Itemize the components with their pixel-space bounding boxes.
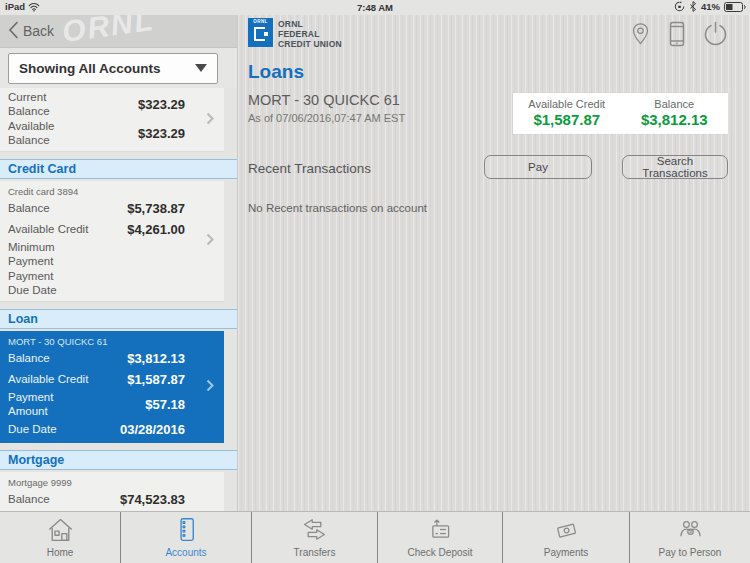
tab-label: Pay to Person xyxy=(659,547,722,558)
row-label: Current Balance xyxy=(8,91,72,119)
bluetooth-icon xyxy=(689,1,697,12)
section-header-label: Mortgage xyxy=(8,453,64,467)
tab-pay-to-person[interactable]: $ Pay to Person xyxy=(629,512,750,563)
empty-transactions-message: No Recent transactions on account xyxy=(248,202,427,214)
status-time: 7:48 AM xyxy=(0,2,750,13)
row-label: Payment Due Date xyxy=(8,270,72,298)
as-of-timestamp: As of 07/06/2016,07:47 AM EST xyxy=(248,112,405,124)
recent-transactions-title: Recent Transactions xyxy=(248,161,371,176)
mobile-phone-icon[interactable] xyxy=(668,21,686,50)
pay-button[interactable]: Pay xyxy=(484,155,592,179)
pay-to-person-icon: $ xyxy=(676,516,705,546)
loan-summary-card: Available Credit $1,587.87 Balance $3,81… xyxy=(513,93,728,134)
row-value: $323.29 xyxy=(138,97,185,112)
check-deposit-icon xyxy=(426,516,455,546)
row-value: $74,523.83 xyxy=(120,492,185,507)
row-value: $1,587.87 xyxy=(127,372,185,387)
tab-transfers[interactable]: Transfers xyxy=(251,512,377,563)
account-card-checking[interactable]: Current Balance $323.29 Available Balanc… xyxy=(0,88,224,152)
location-pin-icon[interactable] xyxy=(630,21,651,50)
ornl-watermark: ORNL xyxy=(60,15,157,48)
screen: iPad 7:48 AM xyxy=(0,0,750,563)
row-label: Balance xyxy=(8,202,50,216)
home-icon xyxy=(46,516,75,546)
chevron-right-icon xyxy=(206,378,214,396)
row-value: 03/28/2016 xyxy=(120,422,185,437)
tab-label: Payments xyxy=(544,547,588,558)
section-header-credit-card: Credit Card xyxy=(0,159,237,179)
back-button[interactable]: Back xyxy=(0,21,54,42)
account-filter-label: Showing All Accounts xyxy=(19,61,161,76)
row-label: Minimum Payment xyxy=(8,241,72,269)
section-header-label: Loan xyxy=(8,312,38,326)
ornl-logo-icon: ORNL xyxy=(248,18,273,47)
transfers-icon xyxy=(300,516,329,546)
account-card-mortgage[interactable]: Mortgage 9999 Balance $74,523.83 Payment… xyxy=(0,472,224,511)
page-title: Loans xyxy=(248,61,304,83)
row-value: $323.29 xyxy=(138,126,185,141)
power-icon[interactable] xyxy=(703,21,728,50)
brand: ORNL ORNL FEDERAL CREDIT UNION xyxy=(248,18,342,49)
row-value: $5,738.87 xyxy=(127,201,185,216)
tab-label: Transfers xyxy=(294,547,336,558)
status-bar: iPad 7:48 AM xyxy=(0,0,750,15)
account-card-loan-selected[interactable]: MORT - 30 QUICKC 61 Balance $3,812.13 Av… xyxy=(0,331,224,443)
back-label: Back xyxy=(23,23,54,39)
accounts-sidebar: ORNL Back Showing All Accounts xyxy=(0,15,237,511)
tab-label: Check Deposit xyxy=(407,547,472,558)
row-label: Balance xyxy=(8,493,50,507)
row-value: $3,812.13 xyxy=(127,351,185,366)
logo-mini-text: ORNL xyxy=(248,19,273,24)
account-subtitle: Credit card 3894 xyxy=(0,183,224,198)
account-card-credit-card[interactable]: Credit card 3894 Balance $5,738.87 Avail… xyxy=(0,181,224,302)
available-credit-label: Available Credit xyxy=(513,98,621,110)
tab-label: Home xyxy=(47,547,74,558)
row-label: Balance xyxy=(8,352,50,366)
row-value: $57.18 xyxy=(145,397,185,412)
balance-label: Balance xyxy=(621,98,729,110)
account-filter-dropdown[interactable]: Showing All Accounts xyxy=(8,53,218,84)
tab-label: Accounts xyxy=(165,547,206,558)
section-header-mortgage: Mortgage xyxy=(0,450,237,470)
dropdown-caret-icon xyxy=(195,64,207,72)
header-icons xyxy=(630,21,728,50)
tab-check-deposit[interactable]: Check Deposit xyxy=(377,512,502,563)
rotation-lock-icon xyxy=(674,1,685,12)
battery-icon xyxy=(724,2,746,12)
row-label: Due Date xyxy=(8,423,57,437)
tab-payments[interactable]: Payments xyxy=(502,512,629,563)
loan-detail-pane: ORNL ORNL FEDERAL CREDIT UNION Loans MOR… xyxy=(237,15,750,511)
row-value: $4,261.00 xyxy=(127,222,185,237)
accounts-icon xyxy=(172,516,201,546)
tab-home[interactable]: Home xyxy=(0,512,120,563)
chevron-right-icon xyxy=(206,111,214,129)
section-header-loan: Loan xyxy=(0,309,237,329)
row-label: Payment Amount xyxy=(8,391,72,419)
brand-name: ORNL FEDERAL CREDIT UNION xyxy=(278,18,342,49)
filter-bar: Showing All Accounts xyxy=(0,48,237,88)
search-transactions-button[interactable]: Search Transactions xyxy=(622,155,728,179)
sidebar-header: ORNL Back xyxy=(0,15,237,48)
brand-line: CREDIT UNION xyxy=(278,40,342,50)
account-subtitle: MORT - 30 QUICKC 61 xyxy=(0,333,224,348)
tab-accounts[interactable]: Accounts xyxy=(120,512,251,563)
account-list: Current Balance $323.29 Available Balanc… xyxy=(0,88,237,511)
payments-icon xyxy=(552,516,581,546)
row-label: Available Credit xyxy=(8,373,88,387)
chevron-right-icon xyxy=(206,232,214,250)
loan-account-name: MORT - 30 QUICKC 61 xyxy=(248,92,400,108)
battery-percent: 41% xyxy=(701,1,720,12)
row-label: Available Credit xyxy=(8,223,88,237)
balance-value: $3,812.13 xyxy=(621,111,729,128)
row-label: Available Balance xyxy=(8,120,72,148)
back-chevron-icon xyxy=(8,21,19,42)
account-subtitle: Mortgage 9999 xyxy=(0,474,224,489)
bottom-tab-bar: Home Accounts Transfers xyxy=(0,511,750,563)
available-credit-value: $1,587.87 xyxy=(513,111,621,128)
section-header-label: Credit Card xyxy=(8,162,76,176)
